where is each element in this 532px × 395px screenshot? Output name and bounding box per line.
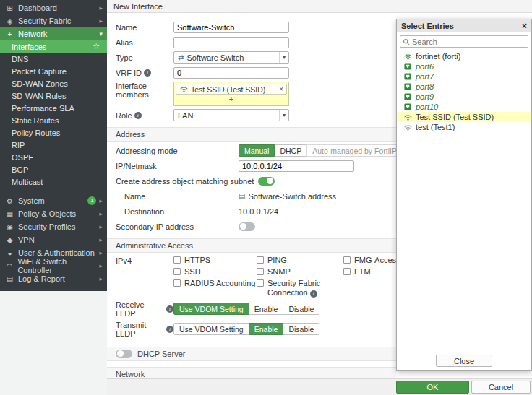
policy-objects-icon: ▦ [5, 210, 14, 218]
receive-lldp-vdom[interactable]: Use VDOM Setting [173, 303, 249, 315]
receive-lldp-row: Receive LLDPi Use VDOM Setting Enable Di… [116, 300, 396, 318]
alias-input[interactable] [173, 37, 289, 48]
address-object-destination-row: Destination 10.0.0.1/24 [124, 205, 396, 217]
sidebar-item-sdwan-zones[interactable]: SD-WAN Zones [0, 77, 107, 90]
sidebar-item-policy-routes[interactable]: Policy Routes [0, 126, 107, 139]
sidebar-item-multicast[interactable]: Multicast [0, 175, 107, 188]
sidebar: ⊞ Dashboard ▸ ◈ Security Fabric ▸ + Netw… [0, 0, 107, 395]
security-fabric-icon: ◈ [5, 17, 14, 25]
checkbox-icon [343, 256, 351, 264]
wifi-icon [179, 86, 188, 92]
checkbox-icon [257, 279, 264, 287]
close-icon[interactable]: × [522, 22, 527, 30]
receive-lldp-enable[interactable]: Enable [249, 303, 284, 315]
role-label: Role [116, 111, 132, 120]
sidebar-item-wifi-switch-controller[interactable]: ◠ WiFi & Switch Controller ▸ [0, 259, 107, 272]
dhcp-server-toggle[interactable] [116, 350, 132, 358]
role-select[interactable]: LAN ▾ [173, 109, 289, 121]
transmit-lldp-disable[interactable]: Disable [283, 323, 319, 335]
wifi-icon [403, 114, 412, 121]
transmit-lldp-enable[interactable]: Enable [249, 323, 284, 335]
sidebar-item-rip[interactable]: RIP [0, 139, 107, 151]
ipv4-label: IPv4 [116, 256, 173, 265]
addressing-mode-label: Addressing mode [116, 147, 239, 155]
sidebar-item-packet-capture[interactable]: Packet Capture [0, 65, 107, 77]
entry-port7[interactable]: port7 [397, 71, 531, 82]
dhcp-server-label: DHCP Server [137, 350, 185, 358]
chevron-right-icon: ▸ [99, 223, 103, 230]
ip-netmask-input[interactable] [239, 160, 354, 172]
cancel-button[interactable]: Cancel [471, 381, 531, 394]
checkbox-radius-accounting[interactable]: RADIUS Accounting [173, 279, 257, 287]
info-icon: i [134, 112, 142, 119]
sidebar-item-ospf[interactable]: OSPF [0, 151, 107, 163]
dhcp-server-row: DHCP Server [107, 347, 396, 361]
checkbox-security-fabric-connection[interactable]: Security Fabric Connection i [257, 279, 343, 298]
addressing-mode-auto[interactable]: Auto-managed by FortiIPAM [306, 144, 396, 157]
entry-port8[interactable]: port8 [397, 82, 531, 92]
sidebar-item-interfaces[interactable]: Interfaces ☆ [0, 40, 107, 53]
system-badge: 1 [87, 196, 96, 205]
addressing-mode-manual[interactable]: Manual [239, 144, 275, 157]
sidebar-item-system[interactable]: ⚙ System 1 ▸ [0, 194, 107, 207]
interface-form: Name Alias Type ⇄ Software Switch ▾ VRF … [107, 14, 396, 378]
checkbox-ftm[interactable]: FTM [343, 267, 396, 276]
ipv4-access-row: IPv4 HTTPS SSH RADIUS Accounting PING SN… [116, 256, 396, 298]
sidebar-item-dns[interactable]: DNS [0, 53, 107, 65]
checkbox-icon [173, 268, 181, 275]
ok-button[interactable]: OK [396, 381, 469, 394]
sidebar-item-security-fabric[interactable]: ◈ Security Fabric ▸ [0, 14, 107, 27]
checkbox-fmg-access[interactable]: FMG-Access [343, 256, 396, 264]
entry-port9[interactable]: port9 [397, 92, 531, 102]
sidebar-item-dashboard[interactable]: ⊞ Dashboard ▸ [0, 1, 107, 14]
search-icon [400, 38, 412, 45]
entry-search [400, 35, 528, 48]
port-icon [403, 93, 412, 100]
ip-netmask-label: IP/Netmask [116, 162, 239, 170]
transmit-lldp-vdom[interactable]: Use VDOM Setting [173, 323, 249, 335]
entry-fortinet[interactable]: fortinet (forti) [397, 51, 531, 61]
sidebar-item-vpn[interactable]: ◆ VPN ▸ [0, 233, 107, 246]
sidebar-item-performance-sla[interactable]: Performance SLA [0, 102, 107, 114]
checkbox-https[interactable]: HTTPS [173, 256, 257, 264]
name-row: Name [116, 21, 396, 33]
entry-port10[interactable]: port10 [397, 102, 531, 112]
sidebar-item-bgp[interactable]: BGP [0, 163, 107, 175]
address-object-name-label: Name [124, 192, 239, 201]
alias-row: Alias [116, 36, 396, 48]
interface-members-box: Test SSID (Test SSID) × + [173, 82, 289, 106]
create-address-object-toggle[interactable] [258, 177, 275, 186]
star-icon[interactable]: ☆ [93, 42, 100, 51]
member-tag[interactable]: Test SSID (Test SSID) × [176, 84, 287, 95]
receive-lldp-disable[interactable]: Disable [283, 303, 319, 315]
form-footer: OK Cancel [107, 378, 532, 395]
secondary-ip-toggle[interactable] [239, 222, 255, 231]
transmit-lldp-group: Use VDOM Setting Enable Disable [173, 323, 319, 335]
checkbox-ping[interactable]: PING [257, 256, 343, 264]
checkbox-snmp[interactable]: SNMP [257, 267, 343, 276]
chevron-right-icon: ▸ [99, 4, 103, 12]
vpn-icon: ◆ [5, 236, 14, 244]
sidebar-item-sdwan-rules[interactable]: SD-WAN Rules [0, 90, 107, 102]
vrf-input[interactable] [173, 67, 289, 79]
system-icon: ⚙ [5, 197, 14, 205]
remove-tag-icon[interactable]: × [279, 85, 283, 93]
entry-port6[interactable]: port6 [397, 61, 531, 71]
sidebar-item-static-routes[interactable]: Static Routes [0, 114, 107, 126]
entry-test1[interactable]: test (Test1) [397, 122, 531, 132]
sidebar-item-policy-objects[interactable]: ▦ Policy & Objects ▸ [0, 207, 107, 220]
log-report-icon: ▤ [5, 275, 14, 283]
search-input[interactable] [412, 36, 528, 47]
caret-down-icon: ▾ [279, 110, 288, 121]
type-select[interactable]: ⇄ Software Switch ▾ [173, 51, 289, 64]
checkbox-ssh[interactable]: SSH [173, 267, 257, 276]
name-input[interactable] [173, 22, 289, 33]
close-button[interactable]: Close [436, 355, 492, 367]
dashboard-icon: ⊞ [5, 4, 14, 12]
add-member-button[interactable]: + [176, 95, 287, 104]
entry-test-ssid[interactable]: Test SSID (Test SSID) [397, 112, 531, 122]
sidebar-item-network[interactable]: + Network ▾ [0, 27, 107, 40]
addressing-mode-dhcp[interactable]: DHCP [274, 144, 307, 157]
sidebar-item-security-profiles[interactable]: ◉ Security Profiles ▸ [0, 220, 107, 233]
create-address-object-label: Create address object matching subnet [116, 177, 254, 186]
